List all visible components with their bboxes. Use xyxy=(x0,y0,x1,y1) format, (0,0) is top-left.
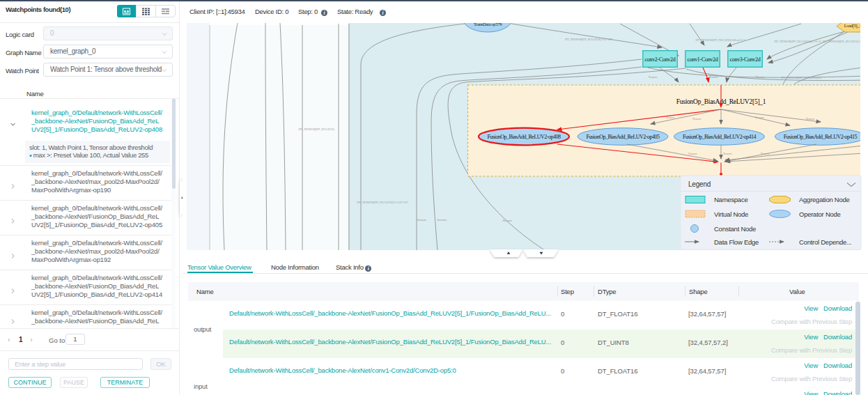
svg-text:FusionOp_BiasAdd_ReLUV2-op415: FusionOp_BiasAdd_ReLUV2-op415 xyxy=(784,134,858,140)
svg-text:FusionOp_BiasAdd_ReLUV2-op405: FusionOp_BiasAdd_ReLUV2-op405 xyxy=(586,134,660,140)
svg-text:DT_TENSOR[DT_FLOAT16[128-m3-5-: DT_TENSOR[DT_FLOAT16[128-m3-5-7 xyxy=(696,38,746,42)
svg-text:Namespace: Namespace xyxy=(714,196,747,203)
svg-text:Data Flow Edge: Data Flow Edge xyxy=(714,238,759,246)
svg-text:DT_TENSOR[DT_FLOAT16[32-3-227-: DT_TENSOR[DT_FLOAT16[32-3-227-227 xyxy=(357,201,409,204)
svg-text:Stensors: Stensors xyxy=(417,218,426,222)
svg-text:Tensors: Tensors xyxy=(688,152,697,155)
svg-text:Tensors: Tensors xyxy=(755,116,764,119)
svg-text:Stensors: Stensors xyxy=(437,218,447,222)
svg-text:Tensors: Tensors xyxy=(761,152,770,155)
svg-text:conv2-Conv2d: conv2-Conv2d xyxy=(645,56,676,63)
svg-text:Tensors: Tensors xyxy=(709,75,718,79)
svg-text:conv3-Conv2d: conv3-Conv2d xyxy=(730,56,761,63)
svg-text:conv1-Conv2d: conv1-Conv2d xyxy=(688,56,718,63)
svg-text:Virtual Node: Virtual Node xyxy=(714,210,748,218)
svg-text:Legend: Legend xyxy=(688,180,711,188)
svg-text:FusionOp_BiasAdd_ReLUV2-op408: FusionOp_BiasAdd_ReLUV2-op408 xyxy=(487,134,561,140)
svg-text:Tensors: Tensors xyxy=(723,152,732,155)
svg-text:Tensors: Tensors xyxy=(666,116,675,119)
svg-text:Control Depende...: Control Depende... xyxy=(799,238,851,246)
svg-text:DT_TENSOR[DT_FLOAT16[4-3-11-11: DT_TENSOR[DT_FLOAT16[4-3-11-11 xyxy=(774,40,821,43)
svg-text:Tensors: Tensors xyxy=(806,117,815,121)
svg-text:Aggregation Node: Aggregation Node xyxy=(799,196,850,203)
svg-text:DT_TENSOR[DT_FLOAT1Q-L6: DT_TENSOR[DT_FLOAT1Q-L6 xyxy=(782,76,822,79)
svg-text:Load[5]_1: Load[5]_1 xyxy=(844,23,862,29)
svg-text:FusionOp_BiasAdd_ReLUV2-op414: FusionOp_BiasAdd_ReLUV2-op414 xyxy=(683,134,757,140)
svg-text:Stensors: Stensors xyxy=(502,219,512,222)
svg-text:DT_TENSOR[DT_FLOAT1Q-142: DT_TENSOR[DT_FLOAT1Q-142 xyxy=(823,40,863,43)
svg-text:DT_TENSOR[DT_FLOAT1Q: DT_TENSOR[DT_FLOAT1Q xyxy=(299,127,335,131)
svg-text:Constant Node: Constant Node xyxy=(714,225,756,233)
svg-text:Tensors: Tensors xyxy=(649,75,658,79)
svg-text:Tensors: Tensors xyxy=(756,75,765,79)
svg-text:DT_TENSOR[DT_FLOAT16[3-227-227: DT_TENSOR[DT_FLOAT16[3-227-227 xyxy=(565,38,613,41)
svg-text:Operator Node: Operator Node xyxy=(799,210,841,218)
svg-text:Tensors: Tensors xyxy=(692,117,702,121)
